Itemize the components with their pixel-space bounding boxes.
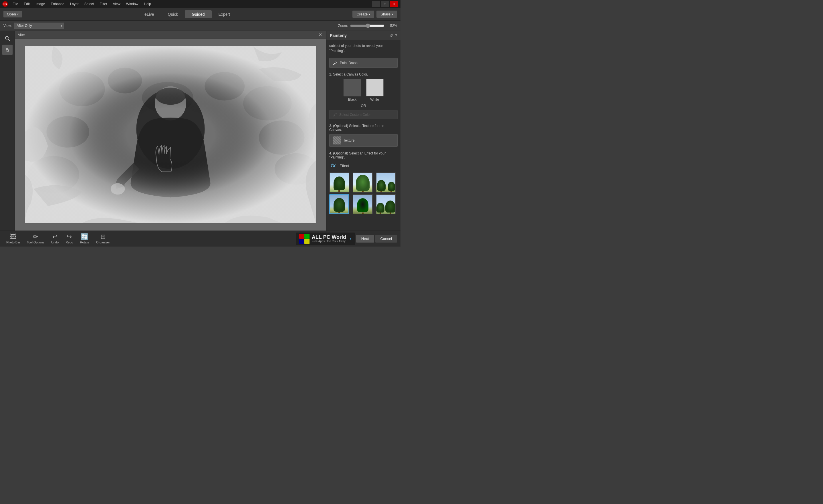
create-dropdown-icon: ▾ [369, 13, 370, 16]
menu-select[interactable]: Select [82, 1, 96, 7]
next-button[interactable]: Next [356, 235, 374, 242]
tree-image-1 [330, 173, 349, 192]
tree-trunk-6a [380, 212, 381, 214]
tree-trunk-2 [362, 191, 364, 192]
menu-view[interactable]: View [111, 1, 123, 7]
svg-line-1 [8, 39, 10, 41]
maximize-button[interactable]: □ [381, 1, 389, 7]
tab-elive[interactable]: eLive [138, 10, 161, 18]
bottom-bar: 🖼 Photo Bin ✏ Tool Options ↩ Undo ↪ Redo… [0, 230, 400, 246]
share-dropdown-icon: ▾ [391, 13, 393, 16]
tree-shape-1 [334, 176, 345, 190]
step4-label: 4. (Optional) Select an Effect for your … [329, 151, 397, 159]
organizer-label: Organizer [96, 240, 110, 244]
allpcworld-badge: ALL PC World Free Apps One Click Away › [296, 232, 355, 245]
panel-content: subject of your photo to reveal your "Pa… [326, 40, 400, 230]
tree-trunk-4 [338, 212, 340, 214]
tab-quick[interactable]: Quick [161, 10, 185, 18]
effect-thumb-6[interactable] [376, 194, 396, 214]
or-divider: OR [329, 104, 397, 108]
menu-image[interactable]: Image [33, 1, 47, 7]
tree-shape-3a [377, 180, 385, 191]
menu-enhance[interactable]: Enhance [48, 1, 66, 7]
texture-button[interactable]: Texture [329, 134, 397, 147]
custom-color-button[interactable]: 🖌 Select Custom Color [329, 110, 397, 119]
canvas-image [25, 46, 316, 223]
view-select[interactable]: After Only Before Only Before & After (H… [14, 23, 64, 29]
black-label: Black [348, 98, 356, 102]
photo-bin-button[interactable]: 🖼 Photo Bin [3, 232, 23, 245]
zoom-tool-button[interactable] [2, 33, 13, 43]
custom-color-label: Select Custom Color [339, 113, 371, 117]
effect-thumb-4[interactable] [329, 194, 349, 214]
close-button[interactable]: ✕ [390, 1, 398, 7]
tree-image-5 [353, 195, 372, 214]
menu-help[interactable]: Help [142, 1, 153, 7]
photo-bin-label: Photo Bin [6, 240, 20, 244]
panel-help-button[interactable]: ? [395, 33, 397, 38]
menu-window[interactable]: Window [124, 1, 141, 7]
white-swatch [366, 79, 383, 97]
rotate-button[interactable]: 🔄 Rotate [77, 232, 92, 245]
organizer-button[interactable]: ⊞ Organizer [93, 232, 113, 245]
canvas-svg [25, 46, 316, 223]
zoom-slider[interactable] [350, 23, 384, 28]
black-color-option[interactable]: Black [344, 79, 361, 102]
tool-options-button[interactable]: ✏ Tool Options [24, 232, 47, 245]
open-button[interactable]: Open ▾ [3, 11, 22, 17]
paint-brush-button[interactable]: 🖌 Paint Brush [329, 58, 397, 68]
effect-thumbnails [329, 172, 397, 214]
menu-filter[interactable]: Filter [97, 1, 110, 7]
step1-section: 🖌 Paint Brush [329, 58, 397, 68]
titlebar-controls: − □ ✕ [372, 1, 398, 7]
step3-label: 3. (Optional) Select a Texture for the C… [329, 124, 397, 132]
tree-image-4 [330, 195, 348, 213]
effect-thumb-1[interactable] [329, 172, 349, 192]
custom-color-icon: 🖌 [333, 113, 337, 117]
organizer-icon: ⊞ [101, 234, 106, 240]
tool-options-icon: ✏ [33, 234, 38, 240]
badge-arrow-icon: › [350, 235, 352, 242]
tree-image-2 [353, 173, 372, 192]
cancel-button[interactable]: Cancel [375, 235, 397, 242]
svg-rect-21 [304, 239, 310, 244]
canvas-close-button[interactable]: ✕ [317, 32, 323, 37]
fx-icon: fx [329, 162, 337, 170]
badge-title: ALL PC World [312, 234, 346, 240]
share-button[interactable]: Share ▾ [376, 11, 397, 18]
menu-file[interactable]: File [10, 1, 20, 7]
canvas-header: After ✕ [15, 31, 326, 39]
create-button[interactable]: Create ▾ [352, 11, 374, 18]
menu-layer[interactable]: Layer [68, 1, 81, 7]
effect-thumb-5[interactable] [353, 194, 373, 214]
panel-header: Painterly ↺ ? [326, 31, 400, 40]
step2-label: 2. Select a Canvas Color. [329, 72, 397, 76]
nav-tabs: eLive Quick Guided Expert [138, 10, 237, 18]
effect-thumb-2[interactable] [353, 172, 373, 192]
effect-thumb-3[interactable] [376, 172, 396, 192]
badge-subtitle: Free Apps One Click Away [312, 240, 346, 243]
top-toolbar: Open ▾ eLive Quick Guided Expert Create … [0, 8, 400, 21]
panel-title: Painterly [330, 33, 347, 38]
tool-options-label: Tool Options [27, 240, 44, 244]
view-bar: View: After Only Before Only Before & Af… [0, 21, 400, 31]
minimize-button[interactable]: − [372, 1, 380, 7]
hand-tool-button[interactable] [2, 45, 13, 55]
white-color-option[interactable]: White [366, 79, 383, 102]
redo-button[interactable]: ↪ Redo [63, 232, 76, 245]
tab-guided[interactable]: Guided [185, 10, 211, 18]
view-label: View: [3, 24, 12, 28]
zoom-value: 52% [387, 24, 397, 28]
svg-rect-18 [299, 234, 304, 239]
share-label: Share [380, 12, 390, 16]
zoom-label: Zoom: [338, 24, 348, 28]
open-dropdown-icon: ▾ [17, 13, 19, 16]
titlebar-menus: File Edit Image Enhance Layer Select Fil… [10, 1, 153, 7]
rotate-label: Rotate [80, 240, 89, 244]
undo-button[interactable]: ↩ Undo [48, 232, 61, 245]
tab-expert[interactable]: Expert [212, 10, 237, 18]
panel-refresh-button[interactable]: ↺ [389, 33, 393, 38]
menu-edit[interactable]: Edit [21, 1, 32, 7]
hand-icon [5, 47, 10, 53]
redo-label: Redo [65, 240, 73, 244]
